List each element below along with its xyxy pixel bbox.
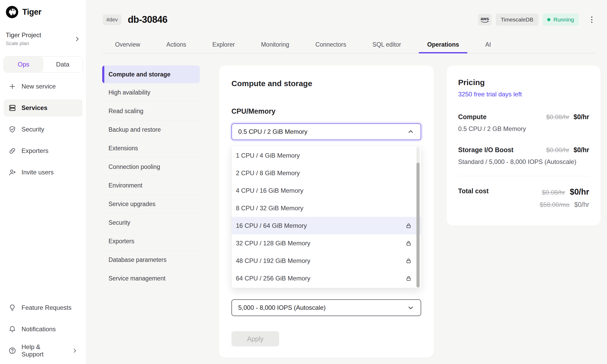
tiger-logo-icon: [6, 6, 18, 18]
apply-button[interactable]: Apply: [231, 331, 279, 346]
subnav-item-service-upgrades[interactable]: Service upgrades: [102, 195, 200, 213]
pricing-divider: [458, 176, 589, 176]
subnav-item-environment[interactable]: Environment: [102, 176, 200, 195]
sidebar-item-new-service[interactable]: New service: [4, 78, 83, 95]
tab-connectors[interactable]: Connectors: [315, 36, 347, 53]
tab-overview[interactable]: Overview: [115, 36, 141, 53]
env-badge: #dev: [103, 14, 121, 25]
dropdown-option-1-cpu-4-gib-memory[interactable]: 1 CPU / 4 GiB Memory: [232, 147, 421, 164]
pricing-title: Pricing: [458, 78, 589, 87]
dropdown-option-64-cpu-256-gib-memory[interactable]: 64 CPU / 256 GiB Memory: [232, 269, 421, 287]
pricing-row-label: Storage I/O Boost: [458, 146, 513, 154]
link-icon: [8, 147, 16, 155]
dropdown-scrollbar-thumb[interactable]: [416, 163, 420, 288]
tab-sql-editor[interactable]: SQL editor: [372, 36, 402, 53]
iops-select-value: 5,000 - 8,000 IOPS (Autoscale): [238, 304, 326, 311]
total-hourly: $0/hr: [570, 187, 589, 197]
lightbulb-icon: [8, 304, 16, 312]
dropdown-option-8-cpu-32-gib-memory[interactable]: 8 CPU / 32 GiB Memory: [232, 199, 421, 217]
pricing-current-price: $0/hr: [573, 113, 589, 121]
pricing-current-price: $0/hr: [573, 146, 589, 154]
lock-icon: [405, 257, 412, 264]
dropdown-option-label: 8 CPU / 32 GiB Memory: [236, 205, 303, 212]
status-dot-icon: [547, 18, 550, 21]
tab-actions[interactable]: Actions: [166, 36, 187, 53]
subnav-item-extensions[interactable]: Extensions: [102, 139, 200, 158]
sidebar-item-exporters[interactable]: Exporters: [4, 142, 83, 159]
subnav-item-exporters[interactable]: Exporters: [102, 232, 200, 251]
content-area: #dev db-30846 aws TimescaleDB Running: [86, 0, 607, 364]
sidebar-item-feature-requests[interactable]: Feature Requests: [4, 299, 83, 316]
dropdown-option-label: 48 CPU / 192 GiB Memory: [236, 257, 310, 264]
sidebar-item-services[interactable]: Services: [4, 99, 83, 117]
total-old-hourly: $0.08/hr: [542, 189, 565, 196]
subnav-item-compute-and-storage[interactable]: Compute and storage: [102, 65, 200, 83]
dropdown-option-label: 32 CPU / 128 GiB Memory: [236, 240, 310, 247]
dropdown-option-4-cpu-16-gib-memory[interactable]: 4 CPU / 16 GiB Memory: [232, 182, 421, 199]
pricing-row-detail: Standard / 5,000 - 8,000 IOPS (Autoscale…: [458, 158, 589, 166]
sidebar: Tiger Tiger Project Scale plan Ops Data …: [0, 0, 86, 364]
chevron-right-icon: [72, 348, 78, 354]
tab-operations[interactable]: Operations: [427, 36, 459, 53]
brand-logo[interactable]: Tiger: [4, 6, 83, 18]
subnav-item-security[interactable]: Security: [102, 213, 200, 232]
page-title: db-30846: [128, 14, 167, 25]
pricing-row-label: Compute: [458, 113, 486, 121]
help-circle-icon: [8, 347, 16, 355]
sidebar-item-label: Exporters: [21, 147, 48, 155]
sidebar-item-help-support[interactable]: Help & Support: [4, 342, 83, 359]
sidebar-item-label: Feature Requests: [21, 304, 72, 311]
sidebar-item-label: Services: [21, 104, 47, 112]
service-tabs: OverviewActionsExplorerMonitoringConnect…: [103, 36, 597, 53]
dropdown-option-32-cpu-128-gib-memory[interactable]: 32 CPU / 128 GiB Memory: [232, 234, 421, 252]
toggle-data[interactable]: Data: [43, 57, 83, 72]
cpu-memory-label: CPU/Memory: [231, 107, 421, 115]
dropdown-option-2-cpu-8-gib-memory[interactable]: 2 CPU / 8 GiB Memory: [232, 164, 421, 182]
kebab-menu-icon[interactable]: [587, 15, 597, 25]
tab-ai[interactable]: AI: [485, 36, 491, 53]
shield-check-icon: [8, 125, 16, 133]
project-switcher[interactable]: Tiger Project Scale plan: [4, 31, 83, 46]
tab-explorer[interactable]: Explorer: [212, 36, 235, 53]
tab-monitoring[interactable]: Monitoring: [261, 36, 290, 53]
pricing-row-values: $0.00/hr$0/hr: [546, 146, 589, 154]
sidebar-item-invite-users[interactable]: Invite users: [4, 164, 83, 181]
total-monthly: $0/hr: [574, 201, 589, 208]
toggle-ops[interactable]: Ops: [4, 57, 43, 72]
trial-note: 3250 free trial days left: [458, 91, 589, 98]
total-cost-row: Total cost $0.08/hr $0/hr $58.00/mo $0/h…: [458, 187, 589, 208]
dropdown-option-label: 4 CPU / 16 GiB Memory: [236, 187, 303, 194]
pricing-old-price: $0.00/hr: [546, 146, 569, 154]
subnav-item-read-scaling[interactable]: Read scaling: [102, 102, 200, 120]
servers-icon: [8, 104, 16, 112]
pricing-card: Pricing 3250 free trial days left Comput…: [447, 65, 601, 226]
subnav-item-connection-pooling[interactable]: Connection pooling: [102, 158, 200, 176]
sidebar-item-security[interactable]: Security: [4, 121, 83, 138]
iops-select[interactable]: 5,000 - 8,000 IOPS (Autoscale): [231, 299, 421, 316]
subnav-item-backup-and-restore[interactable]: Backup and restore: [102, 120, 200, 139]
sidebar-footer: Feature RequestsNotificationsHelp & Supp…: [4, 299, 83, 363]
chevron-up-icon: [407, 128, 414, 135]
dropdown-option-label: 64 CPU / 256 GiB Memory: [236, 275, 310, 282]
operations-subnav: Compute and storageHigh availabilityRead…: [102, 65, 200, 288]
sidebar-item-notifications[interactable]: Notifications: [4, 321, 83, 338]
cpu-memory-select-value: 0.5 CPU / 2 GiB Memory: [238, 128, 307, 135]
subnav-item-database-parameters[interactable]: Database parameters: [102, 251, 200, 269]
dropdown-option-16-cpu-64-gib-memory[interactable]: 16 CPU / 64 GiB Memory: [232, 217, 421, 234]
sidebar-item-label: Help & Support: [21, 343, 61, 358]
sidebar-nav: New serviceServicesSecurityExportersInvi…: [4, 78, 83, 181]
dropdown-option-label: 2 CPU / 8 GiB Memory: [236, 169, 300, 177]
status-label: Running: [554, 16, 574, 23]
aws-logo-text: aws: [481, 16, 489, 21]
dropdown-option-48-cpu-192-gib-memory[interactable]: 48 CPU / 192 GiB Memory: [232, 252, 421, 269]
aws-provider-badge: aws: [478, 14, 492, 25]
sidebar-item-label: Notifications: [21, 326, 56, 333]
pricing-row-values: $0.08/hr$0/hr: [546, 113, 589, 121]
bell-icon: [8, 325, 16, 333]
subnav-item-high-availability[interactable]: High availability: [102, 83, 200, 102]
status-badge: Running: [543, 14, 579, 26]
cpu-memory-select[interactable]: 0.5 CPU / 2 GiB Memory: [231, 123, 421, 140]
service-header: #dev db-30846 aws TimescaleDB Running: [103, 11, 597, 28]
subnav-item-service-management[interactable]: Service management: [102, 269, 200, 288]
chevron-right-icon: [74, 36, 80, 42]
